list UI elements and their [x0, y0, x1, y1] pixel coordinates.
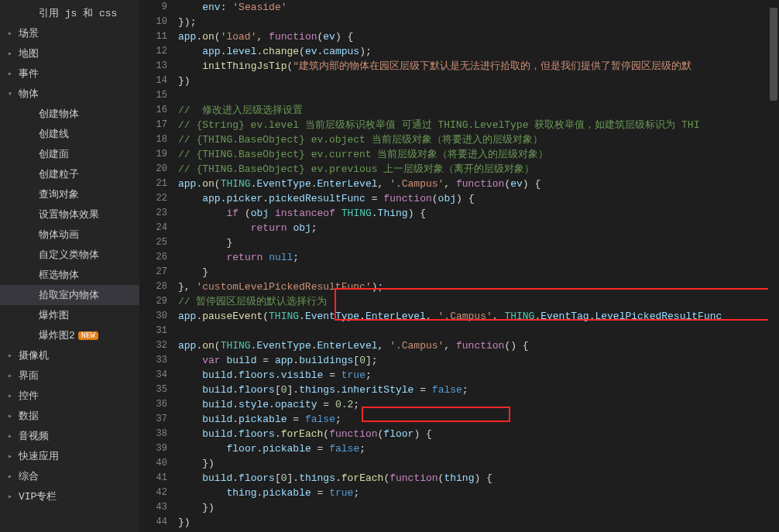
code-line[interactable]: }) [178, 515, 779, 530]
sidebar-item-label: 综合 [19, 469, 39, 483]
sidebar-item-label: 爆炸图 [39, 308, 69, 322]
sidebar-item-18[interactable]: ▸界面 [0, 366, 139, 386]
code-line[interactable]: // 修改进入层级选择设置 [178, 103, 779, 118]
line-number: 23 [139, 206, 167, 221]
sidebar-item-16[interactable]: 爆炸图2NEW [0, 325, 139, 345]
code-line[interactable]: build.floors[0].things.inheritStyle = fa… [178, 383, 779, 397]
line-number: 22 [139, 191, 167, 206]
code-line[interactable]: var build = app.buildings[0]; [178, 353, 779, 368]
code-line[interactable]: app.on(THING.EventType.EnterLevel, '.Cam… [178, 338, 779, 353]
line-number: 29 [139, 294, 167, 309]
tree-arrow-icon: ▸ [8, 29, 15, 38]
code-line[interactable]: app.pauseEvent(THING.EventType.EnterLeve… [178, 309, 779, 324]
code-line[interactable]: app.level.change(ev.campus); [178, 44, 779, 59]
code-line[interactable]: // {THING.BaseObject} ev.previous 上一层级对象… [178, 162, 779, 177]
sidebar-item-10[interactable]: 设置物体效果 [0, 204, 139, 225]
code-line[interactable] [178, 88, 779, 103]
sidebar-item-label: 控件 [19, 389, 39, 403]
code-editor[interactable]: 9101112131415161718192021222324252627282… [139, 0, 779, 532]
code-line[interactable]: }) [178, 456, 779, 471]
code-line[interactable]: app.picker.pickedResultFunc = function(o… [178, 191, 779, 206]
sidebar-item-22[interactable]: ▸快速应用 [0, 446, 139, 466]
sidebar-item-3[interactable]: ▸事件 [0, 63, 139, 84]
code-line[interactable]: // {String} ev.level 当前层级标识枚举值 可通过 THING… [178, 118, 779, 132]
line-number: 44 [139, 515, 167, 530]
code-line[interactable]: build.floors.visible = true; [178, 368, 779, 383]
sidebar-item-label: 爆炸图2 [39, 328, 75, 342]
line-number: 10 [139, 15, 167, 29]
sidebar-item-8[interactable]: 创建粒子 [0, 164, 139, 184]
line-number: 15 [139, 88, 167, 103]
code-line[interactable]: app.on('load', function(ev) { [178, 29, 779, 44]
code-line[interactable]: }) [178, 74, 779, 88]
sidebar-item-12[interactable]: 自定义类物体 [0, 245, 139, 265]
line-number: 17 [139, 118, 167, 132]
sidebar-item-17[interactable]: ▸摄像机 [0, 345, 139, 366]
sidebar-item-label: 查询对象 [39, 187, 79, 201]
vertical-scrollbar[interactable] [768, 0, 779, 532]
code-line[interactable]: build.floors[0].things.forEach(function(… [178, 471, 779, 486]
sidebar-item-label: 引用 js 和 css [39, 6, 117, 20]
line-number: 13 [139, 59, 167, 74]
sidebar-item-1[interactable]: ▸场景 [0, 23, 139, 43]
sidebar-item-5[interactable]: 创建物体 [0, 104, 139, 124]
line-number: 42 [139, 486, 167, 500]
sidebar-item-label: 创建面 [39, 147, 69, 161]
code-line[interactable] [178, 324, 779, 338]
sidebar-item-7[interactable]: 创建面 [0, 144, 139, 164]
sidebar-item-11[interactable]: 物体动画 [0, 225, 139, 245]
code-line[interactable]: return null; [178, 250, 779, 265]
sidebar-item-13[interactable]: 框选物体 [0, 265, 139, 285]
sidebar-item-23[interactable]: ▸综合 [0, 466, 139, 486]
sidebar-item-15[interactable]: 爆炸图 [0, 305, 139, 325]
code-line[interactable]: }); [178, 15, 779, 29]
sidebar-item-21[interactable]: ▸音视频 [0, 426, 139, 446]
sidebar-item-9[interactable]: 查询对象 [0, 184, 139, 204]
tree-arrow-icon: ▸ [8, 371, 15, 380]
code-line[interactable]: // 暂停园区层级的默认选择行为 [178, 294, 779, 309]
sidebar-item-label: 摄像机 [19, 348, 49, 362]
code-line[interactable]: if (obj instanceof THING.Thing) { [178, 206, 779, 221]
code-line[interactable]: env: 'Seaside' [178, 0, 779, 15]
sidebar-item-label: VIP专栏 [19, 489, 57, 503]
line-number: 30 [139, 309, 167, 324]
sidebar-item-4[interactable]: ▾物体 [0, 84, 139, 104]
code-line[interactable]: build.pickable = false; [178, 412, 779, 427]
code-line[interactable]: build.floors.forEach(function(floor) { [178, 427, 779, 441]
code-line[interactable]: initThingJsTip("建筑内部的物体在园区层级下默认是无法进行拾取的，… [178, 59, 779, 74]
code-line[interactable]: } [178, 265, 779, 280]
code-line[interactable]: thing.pickable = true; [178, 486, 779, 500]
tree-arrow-icon: ▸ [8, 49, 15, 58]
code-line[interactable]: build.style.opacity = 0.2; [178, 397, 779, 412]
line-number: 31 [139, 324, 167, 338]
sidebar-item-6[interactable]: 创建线 [0, 124, 139, 144]
line-number: 33 [139, 353, 167, 368]
line-number: 27 [139, 265, 167, 280]
line-number: 24 [139, 221, 167, 235]
line-number: 41 [139, 471, 167, 486]
sidebar-item-label: 拾取室内物体 [39, 288, 99, 302]
code-line[interactable]: // {THING.BaseObject} ev.object 当前层级对象（将… [178, 132, 779, 147]
code-line[interactable]: floor.pickable = false; [178, 441, 779, 456]
sidebar: 引用 js 和 css▸场景▸地图▸事件▾物体创建物体创建线创建面创建粒子查询对… [0, 0, 139, 532]
code-line[interactable]: // {THING.BaseObject} ev.current 当前层级对象（… [178, 147, 779, 162]
sidebar-item-20[interactable]: ▸数据 [0, 406, 139, 426]
code-line[interactable]: }) [178, 500, 779, 515]
code-line[interactable]: } [178, 235, 779, 250]
code-line[interactable]: }, 'customLevelPickedResultFunc'); [178, 280, 779, 294]
sidebar-item-2[interactable]: ▸地图 [0, 43, 139, 63]
code-line[interactable]: app.on(THING.EventType.EnterLevel, '.Cam… [178, 177, 779, 191]
sidebar-item-label: 自定义类物体 [39, 248, 99, 262]
sidebar-item-24[interactable]: ▸VIP专栏 [0, 486, 139, 506]
sidebar-item-label: 快速应用 [19, 449, 59, 463]
sidebar-item-14[interactable]: 拾取室内物体 [0, 285, 139, 305]
scrollbar-thumb[interactable] [770, 8, 777, 101]
code-area[interactable]: env: 'Seaside'});app.on('load', function… [178, 0, 779, 532]
sidebar-item-label: 创建粒子 [39, 167, 79, 181]
sidebar-item-0[interactable]: 引用 js 和 css [0, 3, 139, 23]
sidebar-item-label: 界面 [19, 369, 39, 383]
code-line[interactable]: return obj; [178, 221, 779, 235]
sidebar-item-19[interactable]: ▸控件 [0, 386, 139, 406]
sidebar-item-label: 事件 [19, 67, 39, 81]
line-number: 25 [139, 235, 167, 250]
